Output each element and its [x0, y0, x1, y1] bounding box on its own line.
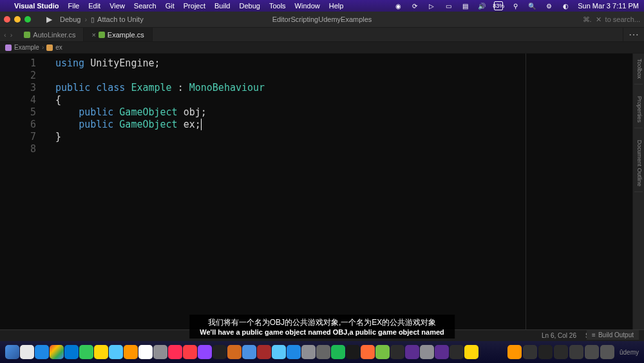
dock-app-icon[interactable] [464, 345, 478, 359]
tab-overflow-button[interactable]: ⋯ [623, 28, 644, 41]
class-icon [5, 44, 12, 51]
code-content[interactable]: using UnityEngine; public class Example … [45, 54, 632, 329]
dock-terminal-icon[interactable] [346, 345, 360, 359]
dock-unity-hub-icon[interactable] [523, 345, 537, 359]
dock-applemusic-icon[interactable] [183, 345, 197, 359]
sync-icon[interactable]: ⟳ [410, 1, 419, 10]
dock-downloads-icon[interactable] [585, 345, 599, 359]
nav-forward-icon[interactable]: › [10, 31, 13, 39]
search-icon[interactable]: 🔍 [527, 1, 536, 10]
dock-mail-icon[interactable] [109, 345, 123, 359]
dock-safari-icon[interactable] [35, 345, 49, 359]
dock-spotify-icon[interactable] [331, 345, 345, 359]
properties-tab[interactable]: Properties [634, 96, 643, 128]
menu-window[interactable]: Window [295, 2, 320, 10]
menu-help[interactable]: Help [329, 2, 344, 10]
menu-debug[interactable]: Debug [239, 2, 260, 10]
screen-icon[interactable]: ▭ [444, 1, 453, 10]
editor[interactable]: 1 2 3 4 5 6 7 8 using UnityEngine; publi… [0, 54, 632, 329]
dock-music-icon[interactable] [168, 345, 182, 359]
dock-folder-icon[interactable] [569, 345, 583, 359]
dock-calendar-icon[interactable] [138, 345, 153, 359]
line-number[interactable]: 4 [0, 94, 36, 106]
dock-chrome-icon[interactable] [50, 345, 64, 359]
tab-close-icon[interactable]: × [91, 31, 95, 39]
line-number[interactable]: 8 [0, 143, 36, 155]
csharp-file-icon [99, 32, 105, 38]
line-number[interactable]: 1 [0, 57, 36, 70]
dock-app-icon[interactable] [390, 345, 404, 359]
build-config[interactable]: Debug [60, 15, 80, 23]
dock-app-icon[interactable] [316, 345, 330, 359]
volume-icon[interactable]: 🔊 [477, 1, 486, 10]
menu-project[interactable]: Project [184, 2, 205, 10]
maximize-window-button[interactable] [24, 16, 31, 23]
dock-app-icon[interactable] [227, 345, 242, 359]
global-search[interactable]: ⌘. ✕ to search... [583, 15, 640, 24]
battery-icon[interactable]: 83% [494, 1, 503, 10]
dock-app-icon[interactable] [272, 345, 286, 359]
minimize-window-button[interactable] [14, 16, 21, 23]
close-window-button[interactable] [4, 16, 10, 23]
video-subtitle: 我们将有一个名为OBJ的公共游戏对象,一个名为EX的公共游戏对象 We'll h… [189, 315, 455, 338]
dock-app-icon[interactable] [361, 345, 375, 359]
toolbar: ▶ Debug › ▯ Attach to Unity EditorScript… [0, 12, 644, 28]
control-center-icon[interactable]: ⚙ [544, 1, 553, 10]
dock-folder-icon[interactable] [554, 345, 568, 359]
dock-photos-icon[interactable] [124, 345, 138, 359]
run-target[interactable]: Attach to Unity [97, 15, 144, 23]
menu-view[interactable]: View [109, 2, 125, 10]
wifi-icon[interactable]: ⚲ [511, 1, 520, 10]
breadcrumb-member[interactable]: ex [55, 44, 62, 51]
line-number[interactable]: 7 [0, 131, 36, 143]
dock-edge-icon[interactable] [64, 345, 79, 359]
line-number[interactable]: 2 [0, 70, 36, 82]
dock-app-icon[interactable] [375, 345, 390, 359]
dock-trash-icon[interactable] [600, 345, 614, 359]
dock-notes-icon[interactable] [94, 345, 108, 359]
dock-finder-icon[interactable] [5, 345, 19, 359]
record-icon[interactable]: ◉ [393, 1, 402, 10]
menu-git[interactable]: Git [166, 2, 175, 10]
dock-app-icon[interactable] [301, 345, 316, 359]
right-sidebar: Toolbox Properties Document Outline [632, 54, 644, 329]
dock-appstore-icon[interactable] [287, 345, 301, 359]
play-status-icon[interactable]: ▷ [427, 1, 436, 10]
calendar-icon[interactable]: ▤ [460, 1, 469, 10]
dock-settings-icon[interactable] [153, 345, 167, 359]
toolbox-tab[interactable]: Toolbox [634, 59, 643, 84]
menubar-datetime[interactable]: Sun Mar 3 7:11 PM [578, 2, 639, 10]
run-button[interactable]: ▶ [46, 15, 52, 24]
dock-app-icon[interactable] [242, 345, 256, 359]
dock-twitch-icon[interactable] [198, 345, 212, 359]
line-number[interactable]: 3 [0, 82, 36, 94]
breadcrumb-class[interactable]: Example [14, 44, 39, 51]
dock-launchpad-icon[interactable] [20, 345, 34, 359]
app-name[interactable]: Visual Studio [14, 2, 59, 10]
user-icon[interactable]: ◐ [561, 1, 570, 10]
dock-unity-icon[interactable] [420, 345, 434, 359]
line-number[interactable]: 6 [0, 119, 36, 131]
document-outline-tab[interactable]: Document Outline [634, 140, 643, 192]
menu-build[interactable]: Build [214, 2, 230, 10]
macos-dock: ûdemy [0, 341, 644, 363]
cursor-position[interactable]: Ln 6, Col 26 [542, 332, 576, 339]
dock-app-icon[interactable] [538, 345, 553, 359]
breadcrumb: Example › ex [0, 42, 644, 54]
dock-visualstudio-icon[interactable] [435, 345, 449, 359]
nav-back-icon[interactable]: ‹ [4, 31, 6, 39]
line-number[interactable]: 5 [0, 106, 36, 119]
tab-example[interactable]: × Example.cs [84, 28, 152, 41]
dock-app-icon[interactable] [405, 345, 419, 359]
dock-tv-icon[interactable] [213, 345, 227, 359]
menu-file[interactable]: File [68, 2, 79, 10]
menu-search[interactable]: Search [134, 2, 156, 10]
menu-tools[interactable]: Tools [269, 2, 286, 10]
dock-warning-icon[interactable] [507, 345, 522, 359]
build-output-tab[interactable]: ≡ Build Output [587, 330, 639, 340]
dock-app-icon[interactable] [450, 345, 464, 359]
dock-messages-icon[interactable] [79, 345, 93, 359]
tab-autolinker[interactable]: AutoLinker.cs [16, 28, 84, 41]
menu-edit[interactable]: Edit [88, 2, 100, 10]
dock-app-icon[interactable] [257, 345, 271, 359]
